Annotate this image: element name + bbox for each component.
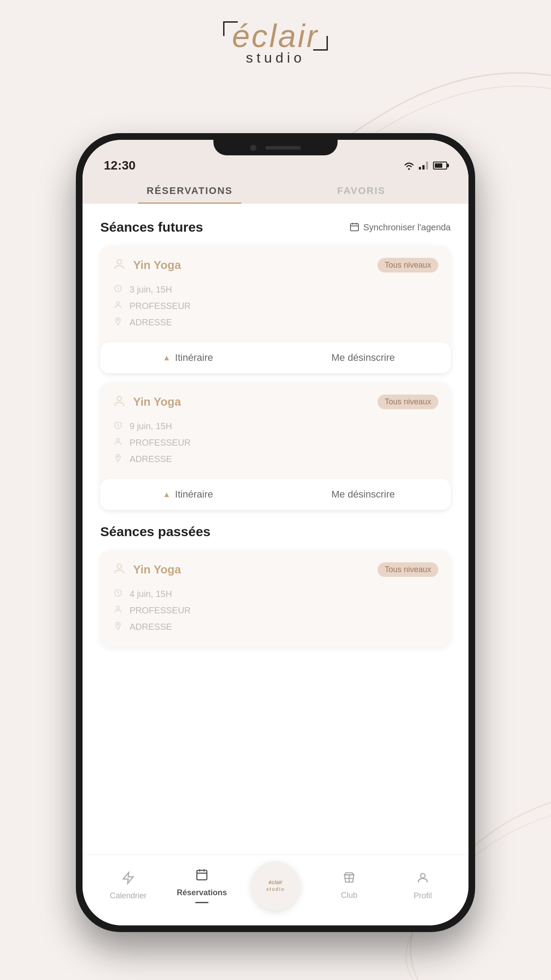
speaker	[265, 146, 301, 150]
person-icon-2	[113, 395, 127, 409]
svg-point-8	[117, 319, 118, 320]
bottom-nav: Calendrier Réservations éclairstudio	[83, 854, 468, 925]
session-card-1: Yin Yoga Tous niveaux 3	[100, 245, 451, 373]
level-badge-1: Tous niveaux	[378, 258, 438, 273]
session-header-2: Yin Yoga Tous niveaux	[113, 395, 438, 409]
svg-point-9	[117, 396, 122, 401]
session-name-past-1: Yin Yoga	[133, 563, 181, 577]
svg-point-11	[117, 439, 120, 442]
itinerary-button-2[interactable]: ▲ Itinéraire	[100, 479, 276, 510]
session-details-2: 9 juin, 15H PROFESSEUR	[113, 417, 438, 479]
detail-teacher-2: PROFESSEUR	[113, 437, 438, 448]
main-content: Séances futures Synchroniser l'agenda	[83, 204, 468, 856]
itinerary-button-1[interactable]: ▲ Itinéraire	[100, 342, 276, 373]
navigate-icon-2: ▲	[163, 490, 171, 499]
detail-date-2: 9 juin, 15H	[113, 421, 438, 432]
club-icon	[342, 872, 356, 887]
session-details-1: 3 juin, 15H PROFESSEUR	[113, 281, 438, 342]
teacher-icon-1	[113, 300, 123, 312]
section-title-futures: Séances futures	[100, 220, 203, 235]
phone-frame: 12:30	[76, 133, 475, 932]
unregister-button-1[interactable]: Me désinscrire	[276, 342, 451, 373]
section-header-passees: Séances passées	[100, 524, 451, 539]
location-icon-2	[113, 454, 123, 465]
session-date-2: 9 juin, 15H	[130, 421, 172, 431]
section-title-passees: Séances passées	[100, 524, 211, 539]
session-teacher-past-1: PROFESSEUR	[130, 605, 191, 616]
svg-point-12	[117, 456, 118, 457]
svg-rect-1	[350, 224, 358, 231]
nav-profil[interactable]: Profil	[386, 871, 460, 901]
top-tab-bar: RÉSERVATIONS FAVORIS	[83, 178, 468, 204]
teacher-icon-past-1	[113, 605, 123, 616]
navigate-icon-1: ▲	[163, 353, 171, 363]
location-icon-1	[113, 317, 123, 328]
wifi-icon	[403, 161, 415, 170]
session-teacher-2: PROFESSEUR	[130, 438, 191, 448]
session-title-row-2: Yin Yoga	[113, 395, 181, 409]
session-title-row-1: Yin Yoga	[113, 258, 181, 272]
reservations-icon	[195, 868, 209, 885]
svg-point-24	[421, 873, 425, 878]
teacher-icon-2	[113, 437, 123, 448]
person-icon-1	[113, 258, 127, 272]
session-address-1: ADRESSE	[130, 317, 172, 328]
session-card-inner-1: Yin Yoga Tous niveaux 3	[100, 245, 451, 373]
app-logo: éclair studio	[232, 18, 319, 66]
session-name-2: Yin Yoga	[133, 395, 181, 409]
session-header-1: Yin Yoga Tous niveaux	[113, 258, 438, 273]
nav-center[interactable]: éclairstudio	[239, 861, 312, 910]
session-card-past-1: Yin Yoga Tous niveaux 4	[100, 550, 451, 647]
detail-address-past-1: ADRESSE	[113, 621, 438, 632]
svg-point-16	[117, 624, 118, 625]
sync-calendar-button[interactable]: Synchroniser l'agenda	[349, 222, 451, 233]
detail-address-1: ADRESSE	[113, 317, 438, 328]
clock-icon-1	[113, 284, 123, 295]
clock-icon-2	[113, 421, 123, 432]
tab-favoris[interactable]: FAVORIS	[276, 178, 447, 204]
session-date-past-1: 4 juin, 15H	[130, 589, 172, 599]
session-details-past-1: 4 juin, 15H PROFESSEUR	[113, 585, 438, 647]
phone-notch	[213, 140, 338, 155]
battery-icon	[433, 162, 447, 170]
calendrier-label: Calendrier	[110, 891, 146, 901]
club-label: Club	[341, 891, 357, 900]
nav-reservations[interactable]: Réservations	[165, 868, 239, 903]
detail-teacher-1: PROFESSEUR	[113, 300, 438, 312]
signal-icon	[419, 162, 429, 170]
session-teacher-1: PROFESSEUR	[130, 301, 191, 311]
status-icons	[403, 161, 447, 170]
status-time: 12:30	[104, 158, 136, 173]
profil-icon	[416, 871, 429, 888]
session-address-2: ADRESSE	[130, 454, 172, 464]
detail-address-2: ADRESSE	[113, 454, 438, 465]
svg-point-5	[117, 260, 122, 264]
nav-calendrier[interactable]: Calendrier	[91, 871, 165, 901]
clock-icon-past-1	[113, 589, 123, 600]
session-card-inner-2: Yin Yoga Tous niveaux 9	[100, 382, 451, 510]
section-header-futures: Séances futures Synchroniser l'agenda	[100, 220, 451, 235]
phone-screen: 12:30	[83, 140, 468, 925]
level-badge-past-1: Tous niveaux	[378, 562, 438, 577]
session-address-past-1: ADRESSE	[130, 622, 172, 632]
session-title-row-past-1: Yin Yoga	[113, 562, 181, 577]
unregister-button-2[interactable]: Me désinscrire	[276, 479, 451, 510]
detail-date-past-1: 4 juin, 15H	[113, 589, 438, 600]
tab-reservations[interactable]: RÉSERVATIONS	[104, 178, 276, 204]
session-card-2: Yin Yoga Tous niveaux 9	[100, 382, 451, 510]
svg-point-13	[117, 564, 122, 569]
svg-point-7	[117, 302, 120, 305]
nav-center-logo[interactable]: éclairstudio	[251, 861, 300, 910]
svg-marker-17	[123, 872, 134, 883]
card-actions-1: ▲ Itinéraire Me désinscrire	[100, 342, 451, 373]
reservations-label: Réservations	[177, 888, 227, 897]
logo-main-text: éclair	[232, 18, 319, 54]
session-header-past-1: Yin Yoga Tous niveaux	[113, 562, 438, 577]
detail-teacher-past-1: PROFESSEUR	[113, 605, 438, 616]
calendar-icon	[349, 222, 360, 233]
detail-date-1: 3 juin, 15H	[113, 284, 438, 295]
svg-point-0	[408, 168, 410, 170]
session-date-1: 3 juin, 15H	[130, 285, 172, 295]
front-camera	[250, 145, 256, 151]
nav-club[interactable]: Club	[312, 872, 386, 900]
